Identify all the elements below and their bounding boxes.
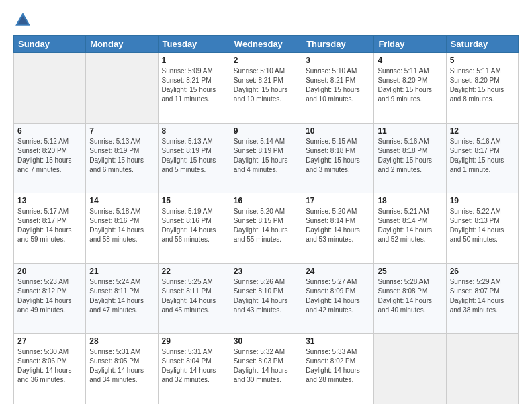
day-info: Sunrise: 5:24 AMSunset: 8:11 PMDaylight:… xyxy=(89,277,154,315)
weekday-header-tuesday: Tuesday xyxy=(158,36,230,53)
day-info: Sunrise: 5:11 AMSunset: 8:20 PMDaylight:… xyxy=(378,66,442,104)
week-row-4: 20Sunrise: 5:23 AMSunset: 8:12 PMDayligh… xyxy=(14,263,519,334)
day-info: Sunrise: 5:26 AMSunset: 8:10 PMDaylight:… xyxy=(234,277,298,315)
calendar-cell xyxy=(374,334,446,404)
day-info: Sunrise: 5:21 AMSunset: 8:14 PMDaylight:… xyxy=(378,207,442,244)
logo-icon xyxy=(13,11,32,30)
day-info: Sunrise: 5:29 AMSunset: 8:07 PMDaylight:… xyxy=(450,277,515,315)
day-number: 27 xyxy=(17,336,82,346)
calendar-cell: 30Sunrise: 5:32 AMSunset: 8:03 PMDayligh… xyxy=(230,334,302,404)
calendar-cell: 14Sunrise: 5:18 AMSunset: 8:16 PMDayligh… xyxy=(86,193,158,264)
day-info: Sunrise: 5:22 AMSunset: 8:13 PMDaylight:… xyxy=(450,207,515,244)
day-number: 29 xyxy=(162,336,226,346)
day-number: 19 xyxy=(450,196,515,205)
calendar-cell: 4Sunrise: 5:11 AMSunset: 8:20 PMDaylight… xyxy=(374,53,446,124)
week-row-3: 13Sunrise: 5:17 AMSunset: 8:17 PMDayligh… xyxy=(14,193,519,264)
day-info: Sunrise: 5:12 AMSunset: 8:20 PMDaylight:… xyxy=(17,137,82,175)
weekday-header-wednesday: Wednesday xyxy=(230,36,302,53)
day-number: 17 xyxy=(306,196,370,205)
day-number: 14 xyxy=(89,196,154,205)
day-info: Sunrise: 5:15 AMSunset: 8:18 PMDaylight:… xyxy=(306,137,370,175)
day-info: Sunrise: 5:18 AMSunset: 8:16 PMDaylight:… xyxy=(89,207,154,244)
calendar-cell: 23Sunrise: 5:26 AMSunset: 8:10 PMDayligh… xyxy=(230,263,302,334)
calendar-cell: 21Sunrise: 5:24 AMSunset: 8:11 PMDayligh… xyxy=(86,263,158,334)
calendar-cell: 24Sunrise: 5:27 AMSunset: 8:09 PMDayligh… xyxy=(302,263,374,334)
calendar-cell: 12Sunrise: 5:16 AMSunset: 8:17 PMDayligh… xyxy=(446,123,518,193)
calendar-cell: 16Sunrise: 5:20 AMSunset: 8:15 PMDayligh… xyxy=(230,193,302,264)
day-number: 1 xyxy=(162,56,226,65)
day-number: 13 xyxy=(17,196,82,205)
calendar-cell: 15Sunrise: 5:19 AMSunset: 8:16 PMDayligh… xyxy=(158,193,230,264)
weekday-header-monday: Monday xyxy=(86,36,158,53)
day-info: Sunrise: 5:16 AMSunset: 8:18 PMDaylight:… xyxy=(378,137,442,175)
calendar-cell: 1Sunrise: 5:09 AMSunset: 8:21 PMDaylight… xyxy=(158,53,230,124)
day-info: Sunrise: 5:25 AMSunset: 8:11 PMDaylight:… xyxy=(162,277,226,315)
day-number: 25 xyxy=(378,267,442,276)
day-info: Sunrise: 5:19 AMSunset: 8:16 PMDaylight:… xyxy=(162,207,226,244)
calendar-cell: 3Sunrise: 5:10 AMSunset: 8:21 PMDaylight… xyxy=(302,53,374,124)
calendar-table: SundayMondayTuesdayWednesdayThursdayFrid… xyxy=(13,35,519,404)
day-number: 31 xyxy=(306,336,370,346)
calendar-cell: 20Sunrise: 5:23 AMSunset: 8:12 PMDayligh… xyxy=(14,263,86,334)
day-number: 5 xyxy=(450,56,515,65)
calendar-cell: 13Sunrise: 5:17 AMSunset: 8:17 PMDayligh… xyxy=(14,193,86,264)
weekday-header-sunday: Sunday xyxy=(14,36,86,53)
day-number: 23 xyxy=(234,267,298,276)
calendar-cell: 27Sunrise: 5:30 AMSunset: 8:06 PMDayligh… xyxy=(14,334,86,404)
day-number: 22 xyxy=(162,267,226,276)
calendar-cell: 17Sunrise: 5:20 AMSunset: 8:14 PMDayligh… xyxy=(302,193,374,264)
calendar-cell: 25Sunrise: 5:28 AMSunset: 8:08 PMDayligh… xyxy=(374,263,446,334)
page: SundayMondayTuesdayWednesdayThursdayFrid… xyxy=(0,0,532,411)
header xyxy=(13,11,519,30)
calendar-cell: 28Sunrise: 5:31 AMSunset: 8:05 PMDayligh… xyxy=(86,334,158,404)
day-info: Sunrise: 5:33 AMSunset: 8:02 PMDaylight:… xyxy=(306,347,370,385)
day-number: 24 xyxy=(306,267,370,276)
day-info: Sunrise: 5:16 AMSunset: 8:17 PMDaylight:… xyxy=(450,137,515,175)
day-number: 4 xyxy=(378,56,442,65)
day-info: Sunrise: 5:30 AMSunset: 8:06 PMDaylight:… xyxy=(17,347,82,385)
week-row-1: 1Sunrise: 5:09 AMSunset: 8:21 PMDaylight… xyxy=(14,53,519,124)
day-info: Sunrise: 5:31 AMSunset: 8:05 PMDaylight:… xyxy=(89,347,154,385)
day-info: Sunrise: 5:17 AMSunset: 8:17 PMDaylight:… xyxy=(17,207,82,244)
calendar-cell xyxy=(86,53,158,124)
day-info: Sunrise: 5:20 AMSunset: 8:14 PMDaylight:… xyxy=(306,207,370,244)
calendar-cell: 26Sunrise: 5:29 AMSunset: 8:07 PMDayligh… xyxy=(446,263,518,334)
weekday-header-thursday: Thursday xyxy=(302,36,374,53)
day-number: 20 xyxy=(17,267,82,276)
day-info: Sunrise: 5:23 AMSunset: 8:12 PMDaylight:… xyxy=(17,277,82,315)
week-row-5: 27Sunrise: 5:30 AMSunset: 8:06 PMDayligh… xyxy=(14,334,519,404)
day-info: Sunrise: 5:10 AMSunset: 8:21 PMDaylight:… xyxy=(234,66,298,104)
calendar-cell: 18Sunrise: 5:21 AMSunset: 8:14 PMDayligh… xyxy=(374,193,446,264)
calendar-cell: 11Sunrise: 5:16 AMSunset: 8:18 PMDayligh… xyxy=(374,123,446,193)
weekday-header-saturday: Saturday xyxy=(446,36,518,53)
day-info: Sunrise: 5:14 AMSunset: 8:19 PMDaylight:… xyxy=(234,137,298,175)
calendar-cell: 31Sunrise: 5:33 AMSunset: 8:02 PMDayligh… xyxy=(302,334,374,404)
day-info: Sunrise: 5:31 AMSunset: 8:04 PMDaylight:… xyxy=(162,347,226,385)
day-number: 3 xyxy=(306,56,370,65)
day-number: 7 xyxy=(89,126,154,136)
day-info: Sunrise: 5:10 AMSunset: 8:21 PMDaylight:… xyxy=(306,66,370,104)
calendar-cell: 19Sunrise: 5:22 AMSunset: 8:13 PMDayligh… xyxy=(446,193,518,264)
calendar-cell: 6Sunrise: 5:12 AMSunset: 8:20 PMDaylight… xyxy=(14,123,86,193)
calendar-cell: 10Sunrise: 5:15 AMSunset: 8:18 PMDayligh… xyxy=(302,123,374,193)
calendar-cell: 5Sunrise: 5:11 AMSunset: 8:20 PMDaylight… xyxy=(446,53,518,124)
day-number: 30 xyxy=(234,336,298,346)
day-number: 10 xyxy=(306,126,370,136)
calendar-cell xyxy=(14,53,86,124)
day-number: 26 xyxy=(450,267,515,276)
day-info: Sunrise: 5:20 AMSunset: 8:15 PMDaylight:… xyxy=(234,207,298,244)
day-number: 12 xyxy=(450,126,515,136)
day-info: Sunrise: 5:13 AMSunset: 8:19 PMDaylight:… xyxy=(89,137,154,175)
day-info: Sunrise: 5:28 AMSunset: 8:08 PMDaylight:… xyxy=(378,277,442,315)
calendar-cell: 29Sunrise: 5:31 AMSunset: 8:04 PMDayligh… xyxy=(158,334,230,404)
day-number: 6 xyxy=(17,126,82,136)
day-number: 11 xyxy=(378,126,442,136)
day-number: 28 xyxy=(89,336,154,346)
calendar-cell: 8Sunrise: 5:13 AMSunset: 8:19 PMDaylight… xyxy=(158,123,230,193)
week-row-2: 6Sunrise: 5:12 AMSunset: 8:20 PMDaylight… xyxy=(14,123,519,193)
calendar-cell: 7Sunrise: 5:13 AMSunset: 8:19 PMDaylight… xyxy=(86,123,158,193)
calendar-cell: 2Sunrise: 5:10 AMSunset: 8:21 PMDaylight… xyxy=(230,53,302,124)
day-number: 21 xyxy=(89,267,154,276)
day-number: 9 xyxy=(234,126,298,136)
day-number: 15 xyxy=(162,196,226,205)
